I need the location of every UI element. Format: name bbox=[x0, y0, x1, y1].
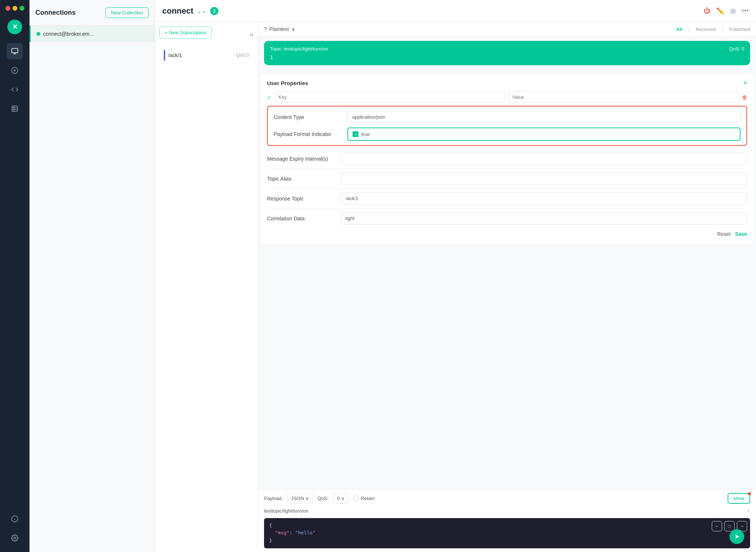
payload-format-value: true bbox=[361, 132, 370, 137]
correlation-data-label: Correlation Data bbox=[267, 216, 341, 221]
reset-button[interactable]: Reset bbox=[717, 231, 731, 237]
content-type-label: Content Type bbox=[274, 114, 347, 120]
property-delete-icon[interactable]: 🗑 bbox=[742, 94, 747, 100]
top-bar-left: connect ⌄⌄ 2 bbox=[162, 6, 218, 16]
message-payload: 1 bbox=[270, 54, 744, 60]
more-icon[interactable]: ••• bbox=[742, 7, 749, 15]
retain-label: Retain bbox=[361, 496, 375, 501]
topic-row: testtopic/light/turn/on ∨ bbox=[264, 507, 750, 515]
topic-alias-input[interactable] bbox=[341, 172, 747, 185]
sidebar: ✕ bbox=[0, 0, 30, 552]
connection-item[interactable]: connect@broker.em... bbox=[30, 26, 155, 42]
messages-panel: ? Plaintext ∨ All | Received | Published… bbox=[258, 22, 756, 552]
message-bubble: Topic: testtopic/light/turn/on QoS: 0 1 bbox=[264, 41, 750, 65]
sidebar-icon-code[interactable] bbox=[7, 81, 23, 98]
left-panel-header: Connections New Collection bbox=[30, 0, 155, 26]
top-bar-actions: ⏻ ✏️ ⊞ ••• bbox=[704, 7, 749, 15]
topic-alias-row: Topic Alias bbox=[267, 169, 747, 189]
sidebar-icon-connections[interactable] bbox=[7, 43, 23, 59]
editor-nav-icons: ← □ → bbox=[712, 521, 747, 531]
page-title: connect bbox=[162, 6, 193, 16]
property-key-input[interactable] bbox=[274, 91, 505, 103]
save-button[interactable]: Save bbox=[735, 231, 747, 237]
edit-icon[interactable]: ✏️ bbox=[716, 7, 724, 15]
format-chevron-icon: ∨ bbox=[291, 26, 295, 32]
topic-input[interactable]: testtopic/light/turn/on bbox=[264, 508, 308, 514]
editor-line-1: { bbox=[269, 522, 745, 530]
actions-row: Reset Save bbox=[267, 228, 747, 238]
send-button[interactable]: ➤ bbox=[729, 529, 744, 544]
payload-format-input[interactable]: ✓ true bbox=[347, 127, 741, 141]
payload-label: Payload: bbox=[264, 496, 283, 501]
payload-format-chevron-icon: ∨ bbox=[305, 496, 309, 501]
filter-published-tab[interactable]: Published bbox=[729, 27, 750, 32]
response-topic-label: Response Topic bbox=[267, 196, 341, 202]
connection-name: connect@broker.em... bbox=[43, 31, 94, 37]
user-props-title: User Properties bbox=[267, 80, 308, 86]
power-icon[interactable]: ⏻ bbox=[704, 7, 710, 15]
property-check-icon: ✓ bbox=[267, 94, 271, 100]
svg-point-11 bbox=[14, 537, 16, 539]
maximize-button[interactable] bbox=[20, 6, 24, 11]
sidebar-icon-table[interactable] bbox=[7, 101, 23, 117]
retain-radio[interactable] bbox=[353, 496, 358, 501]
topic-alias-label: Topic Alias bbox=[267, 176, 341, 182]
format-selector[interactable]: ? Plaintext ∨ bbox=[264, 26, 295, 32]
connections-title: Connections bbox=[35, 9, 76, 17]
content-type-value[interactable]: application/json bbox=[347, 111, 741, 123]
left-panel: Connections New Collection connect@broke… bbox=[30, 0, 155, 552]
sub-item-qos: QoS 0 bbox=[236, 53, 249, 58]
message-expiry-input[interactable] bbox=[341, 153, 747, 165]
filter-received-tab[interactable]: Received bbox=[696, 27, 716, 32]
qos-label: QoS: bbox=[318, 496, 329, 501]
prev-icon[interactable]: ← bbox=[712, 521, 722, 531]
main-area: connect ⌄⌄ 2 ⏻ ✏️ ⊞ ••• + New Subscripti… bbox=[155, 0, 756, 552]
message-topic: Topic: testtopic/light/turn/on bbox=[270, 46, 328, 52]
sub-item-name: /ack/1 bbox=[168, 52, 233, 58]
topic-chevron-icon: ∨ bbox=[747, 508, 750, 513]
new-collection-button[interactable]: New Collection bbox=[105, 7, 149, 18]
add-property-icon[interactable]: + bbox=[743, 79, 747, 87]
meta-button[interactable]: Meta bbox=[728, 493, 750, 504]
meta-dot bbox=[748, 492, 751, 495]
add-window-icon[interactable]: ⊞ bbox=[730, 7, 736, 15]
compose-toolbar: Payload: JSON ∨ QoS: 0 ∨ Retain bbox=[264, 493, 750, 504]
payload-format-selector[interactable]: JSON ∨ bbox=[287, 493, 313, 503]
payload-format-checkbox[interactable]: ✓ bbox=[353, 131, 358, 137]
collapse-icon[interactable]: ⊲ bbox=[249, 32, 253, 38]
messages-toolbar: ? Plaintext ∨ All | Received | Published bbox=[258, 22, 756, 36]
close-button[interactable] bbox=[6, 6, 10, 11]
user-props-header: User Properties + bbox=[267, 79, 747, 87]
filter-all-tab[interactable]: All bbox=[676, 27, 683, 32]
svg-rect-0 bbox=[12, 49, 18, 53]
payload-format-label: Payload Format Indicator bbox=[274, 131, 347, 137]
subscription-item[interactable]: /ack/1 QoS 0 bbox=[159, 46, 253, 64]
message-topic-line: Topic: testtopic/light/turn/on QoS: 0 bbox=[270, 46, 744, 52]
properties-area: User Properties + ✓ 🗑 Content Type appl bbox=[261, 74, 753, 244]
retain-option: Retain bbox=[353, 496, 375, 501]
editor-container: { "msg": "hello" } ← □ → ➤ bbox=[264, 518, 750, 548]
app-logo: ✕ bbox=[7, 20, 22, 34]
message-expiry-row: Message Expiry Interval(s) bbox=[267, 149, 747, 169]
sidebar-icon-settings[interactable] bbox=[7, 530, 23, 546]
correlation-data-input[interactable] bbox=[341, 212, 747, 224]
content-area: + New Subscription ⊲ /ack/1 QoS 0 ? Plai… bbox=[155, 22, 756, 552]
correlation-data-row: Correlation Data bbox=[267, 209, 747, 228]
traffic-lights bbox=[6, 6, 24, 11]
editor-line-2: "msg": "hello" bbox=[269, 529, 745, 537]
code-editor[interactable]: { "msg": "hello" } ← □ → bbox=[264, 518, 750, 548]
chevron-down-icon[interactable]: ⌄⌄ bbox=[197, 7, 207, 14]
property-value-input[interactable] bbox=[508, 91, 739, 103]
sidebar-icon-info[interactable] bbox=[7, 511, 23, 527]
new-subscription-button[interactable]: + New Subscription bbox=[159, 27, 212, 39]
sidebar-icon-add[interactable] bbox=[7, 62, 23, 78]
compose-area: Payload: JSON ∨ QoS: 0 ∨ Retain bbox=[258, 489, 756, 552]
minimize-button[interactable] bbox=[13, 6, 17, 11]
filter-tabs: All | Received | Published bbox=[676, 26, 750, 32]
response-topic-input[interactable] bbox=[341, 192, 747, 205]
response-topic-row: Response Topic bbox=[267, 189, 747, 209]
qos-selector[interactable]: 0 ∨ bbox=[333, 493, 349, 503]
editor-line-3: } bbox=[269, 537, 745, 545]
highlighted-properties-section: Content Type application/json Payload Fo… bbox=[267, 106, 747, 146]
qos-chevron-icon: ∨ bbox=[341, 496, 345, 501]
